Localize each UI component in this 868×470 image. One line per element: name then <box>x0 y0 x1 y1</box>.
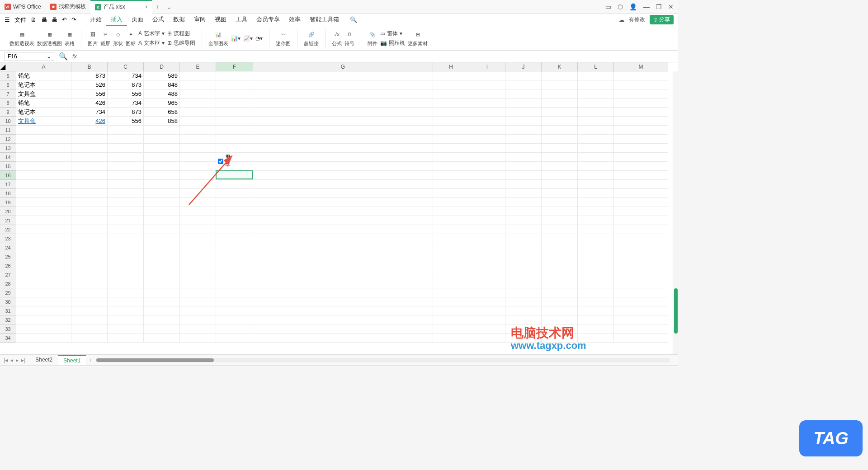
cell-H24[interactable] <box>433 243 469 252</box>
cell-D22[interactable] <box>144 225 180 234</box>
cell-K9[interactable] <box>542 108 578 117</box>
cell-M28[interactable] <box>614 279 668 288</box>
symbol-button[interactable]: Ω符号 <box>344 29 354 47</box>
pivot-table-button[interactable]: ▦数据透视表 <box>9 29 34 47</box>
cell-J16[interactable] <box>505 171 542 180</box>
cell-D19[interactable] <box>144 198 180 207</box>
cell-K28[interactable] <box>542 279 578 288</box>
cell-L27[interactable] <box>578 270 614 279</box>
cell-M13[interactable] <box>614 144 668 153</box>
cell-F16[interactable] <box>216 171 253 180</box>
cell-J9[interactable] <box>505 108 542 117</box>
cell-I29[interactable] <box>469 288 505 297</box>
cell-A15[interactable] <box>16 162 71 171</box>
cell-L16[interactable] <box>578 171 614 180</box>
formula-button[interactable]: √x公式 <box>332 29 342 47</box>
cell-D32[interactable] <box>144 315 180 324</box>
cell-F11[interactable] <box>216 126 253 135</box>
cell-L22[interactable] <box>578 225 614 234</box>
menu-tab-会员专享[interactable]: 会员专享 <box>252 14 284 26</box>
cell-K5[interactable] <box>542 71 578 80</box>
cell-B21[interactable] <box>71 216 108 225</box>
cell-G30[interactable] <box>253 297 433 306</box>
cell-B34[interactable] <box>71 334 108 343</box>
cell-K25[interactable] <box>542 252 578 261</box>
cell-A6[interactable]: 笔记本 <box>16 80 71 89</box>
chart-type-1[interactable]: 📊▾ <box>231 35 241 42</box>
cell-A28[interactable] <box>16 279 71 288</box>
row-header-31[interactable]: 31 <box>0 306 16 315</box>
cell-D7[interactable]: 488 <box>144 89 180 99</box>
cell-H22[interactable] <box>433 225 469 234</box>
cell-M10[interactable] <box>614 117 668 126</box>
cell-L17[interactable] <box>578 180 614 189</box>
zoom-formula-icon[interactable]: 🔍 <box>59 52 68 61</box>
cell-H5[interactable] <box>433 71 469 80</box>
cell-K26[interactable] <box>542 261 578 270</box>
cell-I23[interactable] <box>469 234 505 243</box>
cell-F32[interactable] <box>216 315 253 324</box>
cell-L5[interactable] <box>578 71 614 80</box>
cell-F5[interactable] <box>216 71 253 80</box>
cell-M11[interactable] <box>614 126 668 135</box>
cell-E31[interactable] <box>180 306 216 315</box>
cell-B27[interactable] <box>71 270 108 279</box>
row-header-23[interactable]: 23 <box>0 234 16 243</box>
cell-D31[interactable] <box>144 306 180 315</box>
cell-L12[interactable] <box>578 135 614 144</box>
cell-M7[interactable] <box>614 89 668 99</box>
cell-B5[interactable]: 873 <box>71 71 108 80</box>
cell-F29[interactable] <box>216 288 253 297</box>
cell-M24[interactable] <box>614 243 668 252</box>
cell-G33[interactable] <box>253 324 433 334</box>
cell-I27[interactable] <box>469 270 505 279</box>
menu-icon[interactable]: ☰ <box>5 16 10 23</box>
cell-M12[interactable] <box>614 135 668 144</box>
cell-C31[interactable] <box>108 306 144 315</box>
cell-E7[interactable] <box>180 89 216 99</box>
cell-L6[interactable] <box>578 80 614 89</box>
cell-B12[interactable] <box>71 135 108 144</box>
cell-E6[interactable] <box>180 80 216 89</box>
cell-I26[interactable] <box>469 261 505 270</box>
cell-F31[interactable] <box>216 306 253 315</box>
cell-L15[interactable] <box>578 162 614 171</box>
cell-G29[interactable] <box>253 288 433 297</box>
cell-G7[interactable] <box>253 89 433 99</box>
cell-D6[interactable]: 848 <box>144 80 180 89</box>
cell-H33[interactable] <box>433 324 469 334</box>
cell-L13[interactable] <box>578 144 614 153</box>
cell-M19[interactable] <box>614 198 668 207</box>
cell-H20[interactable] <box>433 207 469 216</box>
cell-F21[interactable] <box>216 216 253 225</box>
cell-A22[interactable] <box>16 225 71 234</box>
tab-menu-button[interactable]: ⌄ <box>163 3 175 10</box>
cell-L25[interactable] <box>578 252 614 261</box>
row-header-26[interactable]: 26 <box>0 261 16 270</box>
cell-J12[interactable] <box>505 135 542 144</box>
cell-B17[interactable] <box>71 180 108 189</box>
share-button[interactable]: ⇧ 分享 <box>650 15 674 24</box>
file-tab[interactable]: S 产品.xlsx • <box>90 0 152 14</box>
cell-A14[interactable] <box>16 153 71 162</box>
cell-E8[interactable] <box>180 99 216 108</box>
row-header-16[interactable]: 16 <box>0 171 16 180</box>
attachment-button[interactable]: 📎附件 <box>368 29 377 47</box>
cell-G23[interactable] <box>253 234 433 243</box>
sparkline-button[interactable]: 〰迷你图 <box>276 29 291 47</box>
cell-K16[interactable] <box>542 171 578 180</box>
menu-tab-页面[interactable]: 页面 <box>127 14 148 26</box>
cell-L7[interactable] <box>578 89 614 99</box>
column-header-A[interactable]: A <box>16 62 71 71</box>
cell-F12[interactable] <box>216 135 253 144</box>
cell-F20[interactable] <box>216 207 253 216</box>
cell-D15[interactable] <box>144 162 180 171</box>
cell-H32[interactable] <box>433 315 469 324</box>
cell-H28[interactable] <box>433 279 469 288</box>
cell-K13[interactable] <box>542 144 578 153</box>
cell-A21[interactable] <box>16 216 71 225</box>
cell-C17[interactable] <box>108 180 144 189</box>
cell-A7[interactable]: 文具盒 <box>16 89 71 99</box>
cell-D21[interactable] <box>144 216 180 225</box>
row-header-30[interactable]: 30 <box>0 297 16 306</box>
